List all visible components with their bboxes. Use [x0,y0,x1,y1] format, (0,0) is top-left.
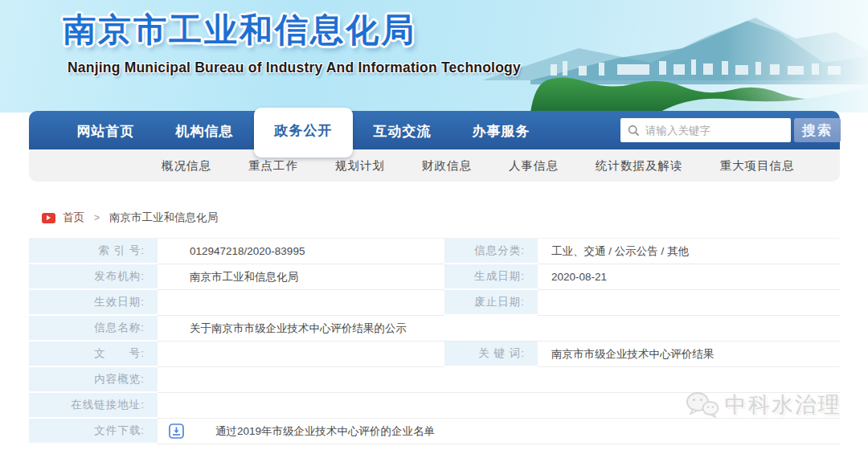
expire-date-label: 废止日期: [444,290,538,316]
site-subtitle-english: Nanjing Municipal Bureau of Industry And… [68,59,521,76]
site-banner: 南京市工业和信息化局 Nanjing Municipal Bureau of I… [0,0,868,112]
search-icon [628,125,640,137]
table-gap [436,290,444,316]
nav-tab-organization[interactable]: 机构信息 [155,111,254,153]
index-number-value: 012947218/2020-83995 [158,239,436,264]
subnav-major-projects[interactable]: 重大项目信息 [702,158,813,174]
nav-tab-government-affairs[interactable]: 政务公开 [254,108,353,158]
table-gap [436,264,444,290]
content-overview-label: 内容概览: [29,367,158,393]
document-info-table: 索 引 号: 012947218/2020-83995 信息分类: 工业、交通 … [29,238,840,444]
search-input[interactable] [645,120,791,141]
table-gap [436,239,444,264]
file-download-cell: 通过2019年市级企业技术中心评价的企业名单 [158,419,840,444]
banner-landscape-image [418,0,868,112]
content-overview-value [158,367,840,393]
subnav-personnel-info[interactable]: 人事信息 [490,158,577,174]
subnav-planning[interactable]: 规划计划 [317,158,403,174]
subnav-statistics[interactable]: 统计数据及解读 [577,158,702,174]
breadcrumb-current: 南京市工业和信息化局 [109,211,218,225]
file-download-label: 文件下载: [29,419,158,444]
subnav-fiscal-info[interactable]: 财政信息 [403,158,490,174]
online-link-value [158,393,840,419]
file-download-link[interactable]: 通过2019年市级企业技术中心评价的企业名单 [215,419,435,444]
keywords-value: 南京市市级企业技术中心评价结果 [538,342,840,367]
breadcrumb: 首页 > 南京市工业和信息化局 [42,211,218,225]
search-box [620,118,791,142]
main-navbar: 网站首页 机构信息 政务公开 互动交流 办事服务 搜索 [29,111,840,149]
home-play-icon [42,213,55,223]
nav-tab-interaction[interactable]: 互动交流 [353,111,452,153]
breadcrumb-home-link[interactable]: 首页 [63,211,84,225]
publisher-label: 发布机构: [29,264,158,290]
info-name-label: 信息名称: [29,316,158,342]
nav-tabs: 网站首页 机构信息 政务公开 互动交流 办事服务 [56,108,551,158]
download-icon[interactable] [169,423,184,439]
doc-number-value [158,342,436,367]
doc-number-label: 文 号: [29,342,158,367]
expire-date-value [538,290,840,316]
publisher-value: 南京市工业和信息化局 [158,264,436,290]
index-number-label: 索 引 号: [29,239,158,264]
effective-date-label: 生效日期: [29,290,158,316]
online-link-label: 在线链接地址: [29,393,158,419]
subnav-key-work[interactable]: 重点工作 [230,158,317,174]
info-name-value: 关于南京市市级企业技术中心评价结果的公示 [158,316,840,342]
table-gap [436,342,444,367]
site-title: 南京市工业和信息化局 [63,8,416,52]
info-category-label: 信息分类: [444,239,538,264]
nav-tab-home[interactable]: 网站首页 [56,111,155,153]
search-button[interactable]: 搜索 [794,118,841,142]
generate-date-value: 2020-08-21 [538,264,840,290]
info-category-value: 工业、交通 / 公示公告 / 其他 [538,239,840,264]
nav-tab-services[interactable]: 办事服务 [452,111,551,153]
subnav-overview-info[interactable]: 概况信息 [143,158,230,174]
generate-date-label: 生成日期: [444,264,538,290]
effective-date-value [158,290,436,316]
keywords-label: 关 键 词: [444,342,538,367]
breadcrumb-separator: > [94,212,100,223]
page: 南京市工业和信息化局 Nanjing Municipal Bureau of I… [0,0,868,450]
